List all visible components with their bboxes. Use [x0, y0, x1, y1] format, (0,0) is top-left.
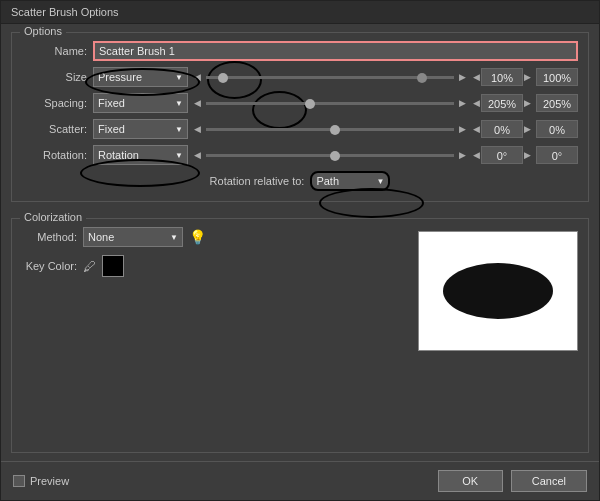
rotation-slider-track[interactable]	[206, 154, 454, 157]
size-dropdown-arrow: ▼	[175, 73, 183, 82]
brush-preview-svg	[433, 251, 563, 331]
size-val-left-arrow: ◀	[473, 72, 480, 82]
scatter-slider-track[interactable]	[206, 128, 454, 131]
spacing-row: Spacing: Fixed ▼ ◀ ▶ ◀ 205% ▶ 205%	[22, 93, 578, 113]
footer: Preview OK Cancel	[1, 461, 599, 500]
spacing-slider-track[interactable]	[206, 102, 454, 105]
size-min-value[interactable]: 10%	[481, 68, 523, 86]
color-left: Method: None ▼ 💡 Key Color: 🖊	[22, 227, 410, 351]
preview-checkbox-group: Preview	[13, 475, 69, 487]
method-label: Method:	[22, 231, 77, 243]
key-color-row: Key Color: 🖊	[22, 255, 410, 277]
size-dropdown[interactable]: Pressure ▼	[93, 67, 188, 87]
spacing-val-right-arrow: ▶	[524, 98, 531, 108]
path-oval-annotation	[319, 188, 424, 218]
colorization-section: Colorization Method: None ▼ 💡 Key Color:…	[11, 218, 589, 453]
scatter-right-arrow[interactable]: ▶	[459, 124, 466, 134]
spacing-slider-thumb[interactable]	[305, 99, 315, 109]
spacing-dropdown[interactable]: Fixed ▼	[93, 93, 188, 113]
eyedropper-icon[interactable]: 🖊	[83, 259, 96, 274]
method-dropdown-arrow: ▼	[170, 233, 178, 242]
rotation-relative-label: Rotation relative to:	[210, 175, 305, 187]
scatter-brush-options-dialog: Scatter Brush Options Options Name: Size…	[0, 0, 600, 501]
method-dropdown[interactable]: None ▼	[83, 227, 183, 247]
path-dropdown[interactable]: Path ▼	[310, 171, 390, 191]
size-slider-thumb-right[interactable]	[417, 73, 427, 83]
scatter-slider-thumb[interactable]	[330, 125, 340, 135]
footer-buttons: OK Cancel	[438, 470, 587, 492]
size-right-arrow[interactable]: ▶	[459, 72, 466, 82]
rotation-row: Rotation: Rotation ▼ ◀ ▶ ◀ 0° ▶ 0°	[22, 145, 578, 165]
scatter-label: Scatter:	[22, 123, 87, 135]
size-max-value[interactable]: 100%	[536, 68, 578, 86]
spacing-label: Spacing:	[22, 97, 87, 109]
size-slider-container: ◀ ▶	[192, 72, 468, 82]
spacing-min-value[interactable]: 205%	[481, 94, 523, 112]
scatter-max-value[interactable]: 0%	[536, 120, 578, 138]
scatter-row: Scatter: Fixed ▼ ◀ ▶ ◀ 0% ▶ 0%	[22, 119, 578, 139]
rotation-relative-row: Rotation relative to: Path ▼	[22, 171, 578, 191]
scatter-dropdown-arrow: ▼	[175, 125, 183, 134]
scatter-min-value[interactable]: 0%	[481, 120, 523, 138]
svg-point-0	[443, 263, 553, 319]
size-slider-thumb-left[interactable]	[218, 73, 228, 83]
spacing-dropdown-arrow: ▼	[175, 99, 183, 108]
brush-preview	[418, 231, 578, 351]
size-left-arrow[interactable]: ◀	[194, 72, 201, 82]
color-section-inner: Method: None ▼ 💡 Key Color: 🖊	[22, 227, 578, 351]
rotation-left-arrow[interactable]: ◀	[194, 150, 201, 160]
rotation-val-left-arrow: ◀	[473, 150, 480, 160]
rotation-label: Rotation:	[22, 149, 87, 161]
rotation-max-value[interactable]: 0°	[536, 146, 578, 164]
spacing-max-value[interactable]: 205%	[536, 94, 578, 112]
rotation-val-right-arrow: ▶	[524, 150, 531, 160]
dialog-title: Scatter Brush Options	[11, 6, 119, 18]
scatter-left-arrow[interactable]: ◀	[194, 124, 201, 134]
spacing-right-arrow[interactable]: ▶	[459, 98, 466, 108]
key-color-swatch[interactable]	[102, 255, 124, 277]
rotation-min-value[interactable]: 0°	[481, 146, 523, 164]
name-label: Name:	[22, 45, 87, 57]
size-slider-track[interactable]	[206, 76, 454, 79]
spacing-slider-container: ◀ ▶	[192, 98, 468, 108]
cancel-button[interactable]: Cancel	[511, 470, 587, 492]
scatter-dropdown[interactable]: Fixed ▼	[93, 119, 188, 139]
rotation-dropdown-arrow: ▼	[175, 151, 183, 160]
name-row: Name:	[22, 41, 578, 61]
rotation-dropdown[interactable]: Rotation ▼	[93, 145, 188, 165]
ok-button[interactable]: OK	[438, 470, 503, 492]
spacing-left-arrow[interactable]: ◀	[194, 98, 201, 108]
key-color-label: Key Color:	[22, 260, 77, 272]
preview-label: Preview	[30, 475, 69, 487]
size-val-right-arrow: ▶	[524, 72, 531, 82]
scatter-slider-container: ◀ ▶	[192, 124, 468, 134]
colorization-section-label: Colorization	[20, 211, 86, 223]
rotation-slider-thumb[interactable]	[330, 151, 340, 161]
title-bar: Scatter Brush Options	[1, 1, 599, 24]
scatter-val-left-arrow: ◀	[473, 124, 480, 134]
size-row: Size Pressure ▼ ◀ ▶ ◀ 10% ▶ 100%	[22, 67, 578, 87]
preview-checkbox[interactable]	[13, 475, 25, 487]
rotation-right-arrow[interactable]: ▶	[459, 150, 466, 160]
scatter-val-right-arrow: ▶	[524, 124, 531, 134]
name-input[interactable]	[93, 41, 578, 61]
size-label: Size	[22, 71, 87, 83]
spacing-val-left-arrow: ◀	[473, 98, 480, 108]
path-dropdown-arrow: ▼	[376, 177, 384, 186]
options-section: Options Name: Size Pressure ▼ ◀	[11, 32, 589, 202]
light-bulb-icon[interactable]: 💡	[189, 229, 206, 245]
options-section-label: Options	[20, 25, 66, 37]
rotation-slider-container: ◀ ▶	[192, 150, 468, 160]
method-row: Method: None ▼ 💡	[22, 227, 410, 247]
